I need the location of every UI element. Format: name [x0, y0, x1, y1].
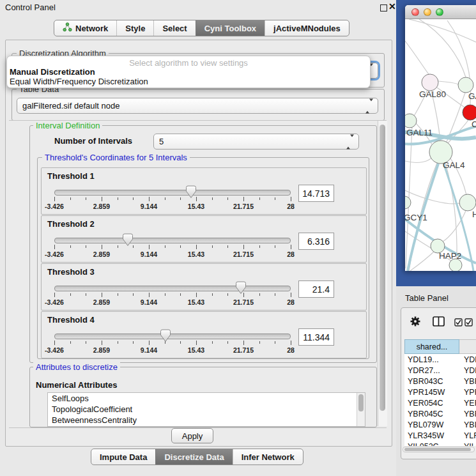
attribute-item[interactable]: BetweennessCentrality — [48, 415, 365, 426]
minimize-traffic-light-icon[interactable] — [424, 8, 431, 16]
threshold-slider[interactable]: -3.4262.8599.14415.4321.71528 — [54, 187, 291, 211]
slider-track[interactable] — [54, 334, 291, 339]
dropdown-option-manual-discretization[interactable]: Manual Discretization — [10, 67, 95, 77]
threshold-value[interactable]: 21.4 — [298, 280, 334, 298]
node-label: GCY1 — [405, 213, 427, 222]
cell-name: YBR0 — [459, 409, 476, 420]
table-row[interactable]: YLR345WYLR3 — [404, 431, 476, 441]
threshold-value[interactable]: 6.316 — [298, 233, 334, 250]
numerical-attributes-label: Numerical Attributes — [36, 380, 117, 390]
tab-network[interactable]: Network — [54, 20, 116, 36]
number-of-intervals-combobox[interactable]: 5 — [153, 134, 359, 150]
network-node-c[interactable] — [463, 105, 476, 120]
slider-tick — [102, 341, 102, 345]
table-panel-title: Table Panel — [405, 293, 449, 303]
threshold-slider[interactable]: -3.4262.8599.14415.4321.71528 — [54, 283, 291, 307]
node-table[interactable]: shared... n YDL19...YDL1YDR27...YDR2YBR0… — [404, 339, 476, 446]
threshold-box: Threshold 3-3.4262.8599.14415.4321.71528… — [41, 263, 367, 311]
table-row[interactable]: YBR043CYBR0 — [404, 376, 476, 387]
close-traffic-light-icon[interactable] — [411, 8, 419, 16]
tab-impute-data[interactable]: Impute Data — [91, 449, 155, 464]
threshold-value[interactable]: 14.713 — [298, 185, 334, 202]
float-window-icon[interactable] — [380, 4, 387, 12]
checkbox-checked-icon[interactable] — [464, 318, 473, 326]
slider-track[interactable] — [54, 286, 291, 291]
close-icon[interactable]: ✕ — [388, 1, 396, 12]
table-row[interactable]: YDR27...YDR2 — [404, 365, 476, 376]
table-row[interactable]: YBR045CYBR0 — [404, 409, 476, 420]
table-row[interactable]: YPR145WYPR1 — [404, 387, 476, 398]
network-node-h[interactable] — [459, 194, 476, 211]
network-edge[interactable] — [405, 157, 432, 162]
network-canvas[interactable]: GAL80GACGAL11GAL4GCY1HHAP2 — [405, 19, 476, 271]
network-edge[interactable] — [405, 41, 429, 74]
node-label: C — [472, 119, 476, 129]
slider-tick — [133, 197, 134, 200]
slider-tick — [70, 197, 71, 200]
network-node[interactable] — [449, 259, 462, 271]
slider-tick — [86, 245, 86, 248]
list-scrollbar[interactable] — [357, 393, 365, 426]
slider-tick — [165, 245, 165, 248]
slider-track[interactable] — [54, 190, 291, 196]
tab-label: Impute Data — [100, 452, 147, 462]
table-data-combobox[interactable]: galFiltered.sif default node — [17, 98, 378, 114]
apply-button[interactable]: Apply — [171, 428, 213, 443]
attribute-item[interactable]: SelfLoops — [48, 393, 365, 404]
network-window[interactable]: GAL80GACGAL11GAL4GCY1HHAP2 — [405, 5, 476, 271]
network-edge[interactable] — [419, 19, 466, 77]
node-label: GAL11 — [406, 128, 433, 137]
threshold-value[interactable]: 11.344 — [298, 328, 334, 346]
column-header-name[interactable]: n — [459, 339, 476, 354]
combo-stepper-icon[interactable] — [365, 101, 373, 111]
table-row[interactable]: YIL052CYIL0 — [404, 441, 476, 446]
table-row[interactable]: YBL079WYBL0 — [404, 420, 476, 431]
tab-style[interactable]: Style — [116, 20, 153, 36]
dropdown-option-equal-width-frequency[interactable]: Equal Width/Frequency Discretization — [10, 77, 148, 86]
slider-tick — [180, 245, 181, 248]
checkbox-checked-icon[interactable] — [454, 318, 463, 326]
network-node-gal80[interactable] — [422, 74, 438, 91]
tab-jactivemnodules[interactable]: jActiveMNodules — [265, 20, 349, 36]
split-pane-icon[interactable] — [433, 316, 445, 326]
column-header-shared-name[interactable]: shared... — [404, 339, 459, 354]
scrollbar-thumb[interactable] — [358, 394, 364, 411]
tab-discretize-data[interactable]: Discretize Data — [155, 449, 232, 464]
table-row[interactable]: YER054CYER0 — [404, 398, 476, 409]
tab-cyni-toolbox[interactable]: Cyni Toolbox — [196, 20, 265, 36]
threshold-slider[interactable]: -3.4262.8599.14415.4321.71528 — [54, 331, 291, 355]
cell-name: YER0 — [459, 398, 476, 409]
slider-tick — [275, 197, 275, 200]
number-of-intervals-value: 5 — [159, 137, 164, 146]
combo-stepper-icon[interactable] — [346, 137, 354, 146]
network-window-titlebar[interactable] — [405, 5, 476, 19]
network-edge[interactable] — [438, 81, 459, 84]
slider-handle[interactable] — [160, 329, 171, 342]
threshold-box: Threshold 2-3.4262.8599.14415.4321.71528… — [41, 215, 367, 263]
network-node-gcy1[interactable] — [405, 196, 411, 209]
slider-tick — [149, 293, 150, 297]
slider-tick-label: 21.715 — [233, 203, 254, 210]
zoom-traffic-light-icon[interactable] — [436, 8, 443, 16]
network-node-ga[interactable] — [458, 77, 473, 93]
attribute-item[interactable]: TopologicalCoefficient — [48, 404, 365, 415]
table-row[interactable]: YDL19...YDL1 — [404, 355, 476, 365]
slider-track[interactable] — [54, 238, 291, 243]
threshold-slider[interactable]: -3.4262.8599.14415.4321.71528 — [54, 235, 291, 259]
slider-tick-label: 2.859 — [93, 250, 110, 258]
slider-handle[interactable] — [185, 185, 197, 199]
vertical-scrollbar[interactable] — [378, 121, 387, 426]
tab-infer-network[interactable]: Infer Network — [233, 449, 303, 464]
scrollbar-thumb[interactable] — [404, 448, 471, 451]
network-node-gal11[interactable] — [405, 114, 417, 128]
cell-shared-name: YBL079W — [404, 420, 459, 431]
numerical-attributes-list[interactable]: SelfLoopsTopologicalCoefficientBetweenne… — [47, 392, 365, 427]
horizontal-scrollbar[interactable] — [403, 447, 475, 452]
network-edge[interactable] — [445, 163, 457, 259]
scrollbar-thumb[interactable] — [380, 125, 385, 411]
slider-handle[interactable] — [235, 281, 247, 295]
gear-icon[interactable] — [410, 316, 421, 327]
network-edge[interactable] — [410, 252, 434, 271]
slider-handle[interactable] — [122, 233, 134, 247]
tab-select[interactable]: Select — [153, 20, 195, 36]
